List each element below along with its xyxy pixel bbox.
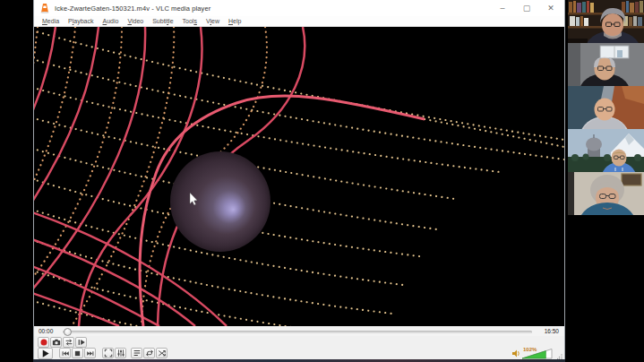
loop-button[interactable]: [143, 348, 155, 358]
record-button[interactable]: [38, 337, 49, 348]
play-button[interactable]: [38, 348, 53, 359]
participant-video-5[interactable]: [568, 172, 644, 215]
window-titlebar[interactable]: Icke-ZwarteGaten-150321.m4v - VLC media …: [34, 0, 564, 16]
participant-video-3[interactable]: [568, 86, 644, 129]
equalizer-icon: [116, 349, 125, 358]
seek-slider[interactable]: [63, 331, 532, 333]
main-controls-row: 102%: [34, 348, 564, 359]
previous-button[interactable]: [59, 348, 71, 358]
menu-item-playback[interactable]: Playback: [64, 16, 98, 26]
snapshot-button[interactable]: [50, 337, 62, 348]
total-time: 16:50: [545, 328, 559, 334]
menu-item-audio[interactable]: Audio: [99, 16, 124, 26]
extended-settings-button[interactable]: [115, 348, 126, 358]
advanced-controls-row: [34, 336, 564, 348]
participant-video-1[interactable]: [568, 0, 644, 43]
record-icon: [39, 338, 48, 347]
dotted-ray-grid: [34, 29, 564, 326]
blackhole-visualization: [34, 27, 564, 326]
next-icon: [86, 349, 95, 358]
camera-icon: [52, 338, 61, 347]
seek-row: 00:00 16:50: [34, 326, 564, 336]
seek-knob[interactable]: [64, 328, 72, 336]
volume-control[interactable]: 102%: [512, 348, 559, 359]
shuffle-icon: [158, 349, 167, 358]
stop-icon: [73, 349, 82, 358]
close-button[interactable]: ✕: [545, 2, 557, 14]
ab-loop-icon: [64, 338, 73, 347]
volume-percent: 102%: [523, 347, 537, 352]
menu-item-help[interactable]: Help: [224, 16, 245, 26]
vlc-window: Icke-ZwarteGaten-150321.m4v - VLC media …: [33, 0, 565, 359]
wall-shadow: [568, 43, 580, 86]
stop-button[interactable]: [72, 348, 83, 358]
minimize-button[interactable]: –: [496, 2, 509, 14]
desktop-background: Icke-ZwarteGaten-150321.m4v - VLC media …: [0, 0, 644, 362]
next-button[interactable]: [84, 348, 96, 358]
menu-item-media[interactable]: Media: [38, 16, 64, 26]
door-edge: [568, 172, 574, 215]
fullscreen-button[interactable]: [102, 348, 114, 358]
previous-icon: [61, 349, 70, 358]
menu-item-subtitle[interactable]: Subtitle: [148, 16, 177, 26]
playlist-button[interactable]: [131, 348, 142, 358]
wall-painting: [622, 174, 641, 185]
playlist-icon: [133, 349, 142, 358]
menu-item-view[interactable]: View: [202, 16, 224, 26]
video-canvas[interactable]: [34, 27, 564, 326]
random-button[interactable]: [156, 348, 167, 358]
frame-icon: [77, 338, 86, 347]
menu-bar: MediaPlaybackAudioVideoSubtitleToolsView…: [34, 16, 564, 27]
menu-item-tools[interactable]: Tools: [178, 16, 202, 26]
fullscreen-icon: [104, 349, 113, 358]
skylight-window: [600, 46, 629, 58]
vlc-cone-icon: [40, 3, 49, 13]
window-title: Icke-ZwarteGaten-150321.m4v - VLC media …: [55, 4, 210, 13]
video-call-sidebar: [568, 0, 644, 362]
window-controls: –▢✕: [496, 0, 557, 16]
current-time: 00:00: [39, 328, 53, 334]
menu-item-video[interactable]: Video: [123, 16, 148, 26]
loop-icon: [145, 349, 154, 358]
maximize-button[interactable]: ▢: [520, 2, 533, 14]
play-icon: [40, 349, 50, 358]
participant-video-2[interactable]: [568, 43, 644, 86]
participant-video-4[interactable]: [568, 129, 644, 172]
speaker-icon: [512, 349, 521, 358]
ab-loop-button[interactable]: [63, 337, 74, 348]
frame-by-frame-button[interactable]: [75, 337, 87, 348]
black-hole-sphere: [170, 151, 270, 252]
